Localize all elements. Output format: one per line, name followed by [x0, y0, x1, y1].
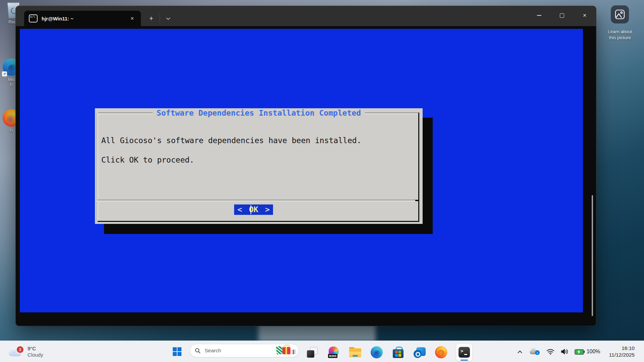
desktop: Recy ↗ Mic E Fi Learn about this picture… — [0, 0, 644, 362]
search-box[interactable] — [190, 344, 299, 357]
ok-button-bracket: < — [237, 204, 242, 215]
m365-badge: M365 — [328, 354, 337, 358]
dialog-frame-right — [418, 113, 419, 222]
wifi-tray-icon[interactable] — [546, 349, 554, 355]
maximize-icon — [560, 13, 564, 18]
system-tray: i 100% — [518, 341, 644, 362]
cloudy-weather-icon: 2 — [9, 346, 24, 358]
weather-temperature: 9°C — [28, 345, 43, 352]
chevron-up-icon — [518, 350, 522, 353]
terminal-scrollbar[interactable] — [592, 195, 593, 316]
taskbar-app-icons: M365 — [306, 343, 473, 362]
close-button[interactable]: ✕ — [573, 6, 596, 25]
learn-about-label: this picture — [601, 35, 639, 41]
tray-overflow-button[interactable] — [518, 350, 522, 353]
picture-icon — [611, 5, 629, 23]
task-view-button[interactable] — [306, 345, 319, 360]
learn-about-picture-widget[interactable]: Learn about this picture — [601, 5, 639, 41]
tab-title: hjr@Win11: ~ — [42, 16, 73, 21]
tab-bar-divider — [160, 13, 160, 23]
shortcut-arrow-icon: ↗ — [2, 71, 7, 76]
ok-button-bracket: > — [265, 204, 270, 215]
tab-close-icon[interactable]: ✕ — [128, 14, 136, 22]
terminal-window: c:\ hjr@Win11: ~ ✕ + ✕ — [16, 6, 596, 326]
terminal-titlebar[interactable]: c:\ hjr@Win11: ~ ✕ + ✕ — [16, 6, 596, 26]
outlook-button[interactable] — [413, 345, 426, 360]
holiday-gifts-icon — [276, 345, 297, 356]
battery-percent: 100% — [587, 349, 600, 355]
m365-copilot-icon: M365 — [328, 347, 339, 358]
tray-time: 16:10 — [609, 345, 635, 352]
firefox-button[interactable] — [434, 345, 448, 360]
microsoft-store-button[interactable] — [391, 345, 405, 360]
windows-logo-icon — [173, 347, 181, 356]
volume-tray-icon[interactable] — [560, 348, 569, 355]
notification-badge: 2 — [16, 346, 24, 354]
dialog-message-line1: All Giocoso's software dependencies have… — [101, 136, 361, 145]
file-explorer-button[interactable] — [348, 345, 362, 360]
windows-terminal-button-active[interactable]: > — [456, 343, 473, 361]
edge-icon — [371, 346, 383, 358]
dialog-title: Software Dependencies Installation Compl… — [95, 109, 423, 117]
search-icon — [195, 348, 201, 354]
info-badge-icon: i — [535, 350, 540, 355]
firefox-icon — [435, 346, 447, 358]
terminal-tab[interactable]: c:\ hjr@Win11: ~ ✕ — [24, 11, 141, 26]
task-view-icon — [307, 347, 318, 358]
minimize-button[interactable] — [528, 6, 550, 25]
dialog-frame-left — [97, 113, 98, 222]
taskbar: 2 9°C Cloudy — [0, 341, 644, 362]
weather-condition: Cloudy — [28, 352, 43, 358]
dialog-message-line2: Click OK to proceed. — [101, 155, 194, 165]
terminal-icon: > — [459, 347, 470, 358]
battery-tray-icon[interactable] — [575, 349, 585, 354]
dialog-box: Software Dependencies Installation Compl… — [95, 108, 423, 224]
outlook-icon — [414, 347, 426, 358]
minimize-icon — [537, 15, 541, 16]
edge-button[interactable] — [370, 345, 383, 360]
tab-dropdown-button[interactable] — [162, 13, 174, 24]
start-button[interactable] — [170, 346, 184, 358]
weather-widget[interactable]: 2 9°C Cloudy — [9, 343, 43, 360]
ok-button[interactable]: < OK > — [234, 204, 273, 215]
text-cursor — [251, 205, 251, 214]
file-explorer-icon — [349, 347, 361, 357]
speaker-icon — [560, 348, 569, 355]
window-controls: ✕ — [528, 6, 596, 25]
wifi-icon — [546, 349, 554, 355]
active-app-indicator — [461, 360, 468, 361]
terminal-content: Software Dependencies Installation Compl… — [16, 26, 596, 326]
m365-copilot-button[interactable]: M365 — [327, 345, 340, 360]
dialog-frame-bottom — [98, 221, 419, 222]
onedrive-tray-icon[interactable]: i — [530, 348, 540, 355]
clock[interactable]: 16:10 11/12/2025 — [609, 345, 635, 358]
charging-bolt-icon — [577, 350, 581, 354]
search-input[interactable] — [204, 347, 276, 354]
microsoft-store-icon — [393, 347, 404, 358]
learn-about-label: Learn about — [601, 29, 639, 35]
maximize-button[interactable] — [550, 6, 573, 25]
tray-date: 11/12/2025 — [609, 352, 635, 358]
dialog-button-separator — [97, 200, 419, 201]
chevron-down-icon — [166, 17, 170, 20]
new-tab-button[interactable]: + — [145, 13, 157, 24]
command-prompt-icon: c:\ — [29, 14, 38, 22]
